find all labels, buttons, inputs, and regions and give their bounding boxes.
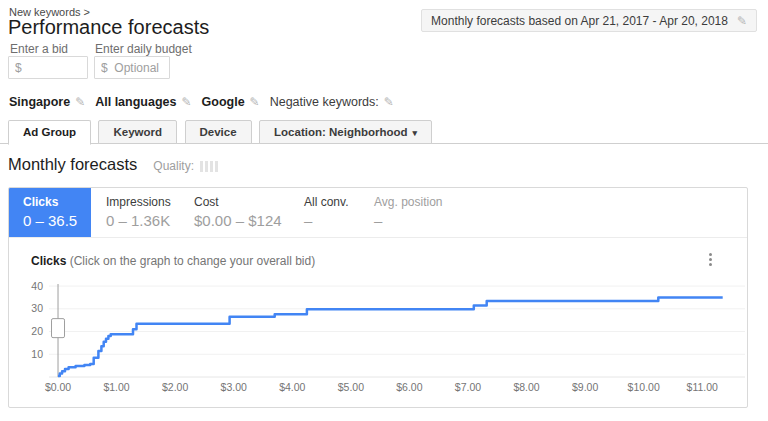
metric-card-clicks[interactable]: Clicks 0 – 36.5 — [9, 188, 91, 237]
performance-forecasts-page: New keywords > Performance forecasts Mon… — [0, 0, 768, 421]
edit-pencil-icon[interactable]: ✎ — [181, 96, 191, 108]
metric-value: – — [304, 212, 359, 229]
tab-label: Location: Neighborhood — [274, 126, 408, 138]
y-tick-label: 20 — [31, 325, 43, 337]
budget-input[interactable] — [94, 56, 170, 79]
metric-value: – — [374, 212, 489, 229]
edit-pencil-icon[interactable]: ✎ — [250, 96, 260, 108]
location-setting[interactable]: Singapore — [9, 95, 70, 109]
tab-label: Device — [200, 126, 237, 138]
x-tick-label: $1.00 — [103, 381, 129, 393]
x-tick-label: $4.00 — [279, 381, 305, 393]
metric-card-avg-position[interactable]: Avg. position – — [359, 188, 489, 237]
date-range-text: Monthly forecasts based on Apr 21, 2017 … — [431, 14, 728, 28]
x-tick-label: $11.00 — [687, 381, 718, 393]
x-tick-label: $10.00 — [628, 381, 660, 393]
section-heading: Monthly forecasts — [8, 155, 137, 174]
y-tick-label: 10 — [31, 348, 43, 360]
tab-device[interactable]: Device — [185, 120, 252, 144]
x-tick-label: $5.00 — [338, 381, 364, 393]
edit-pencil-icon[interactable]: ✎ — [737, 15, 747, 27]
language-setting[interactable]: All languages — [95, 95, 176, 109]
metric-card-cost[interactable]: Cost $0.00 – $124 — [179, 188, 289, 237]
quality-label: Quality: — [153, 159, 194, 173]
metric-value: $0.00 – $124 — [194, 212, 289, 229]
section-header: Monthly forecasts Quality: — [8, 155, 218, 174]
x-tick-label: $3.00 — [221, 381, 247, 393]
bid-input[interactable] — [8, 56, 88, 79]
tab-location-neighborhood[interactable]: Location: Neighborhood▾ — [259, 120, 432, 144]
x-tick-label: $7.00 — [455, 381, 481, 393]
forecast-panel: Clicks 0 – 36.5 Impressions 0 – 1.36K Co… — [8, 187, 748, 408]
tab-keyword[interactable]: Keyword — [98, 120, 177, 144]
metric-card-all-conv[interactable]: All conv. – — [289, 188, 359, 237]
x-tick-label: $9.00 — [572, 381, 598, 393]
metric-label: Cost — [194, 195, 289, 209]
quality-meter-icon — [200, 161, 218, 172]
bid-slider-handle[interactable] — [52, 319, 65, 338]
budget-label: Enter daily budget — [95, 42, 192, 56]
tab-ad-group[interactable]: Ad Group — [8, 120, 91, 145]
edit-pencil-icon[interactable]: ✎ — [384, 96, 394, 108]
metric-value: 0 – 36.5 — [23, 212, 91, 229]
metric-label: Impressions — [106, 195, 179, 209]
x-tick-label: $8.00 — [513, 381, 539, 393]
y-tick-label: 30 — [31, 302, 43, 314]
clicks-forecast-chart[interactable]: 10203040$0.00$1.00$2.00$3.00$4.00$5.00$6… — [9, 249, 749, 407]
chevron-down-icon: ▾ — [413, 128, 418, 138]
x-tick-label: $2.00 — [162, 381, 188, 393]
tab-label: Ad Group — [23, 126, 76, 138]
negative-keywords-label: Negative keywords: — [270, 95, 379, 109]
targeting-settings-row: Singapore ✎ All languages ✎ Google ✎ Neg… — [9, 95, 404, 109]
forecast-tabstrip: Ad Group Keyword Device Location: Neighb… — [0, 120, 768, 144]
bid-label: Enter a bid — [10, 42, 68, 56]
metric-value: 0 – 1.36K — [106, 212, 179, 229]
metric-label: Avg. position — [374, 195, 489, 209]
page-title: Performance forecasts — [8, 16, 209, 39]
y-tick-label: 40 — [31, 280, 43, 292]
metric-cards: Clicks 0 – 36.5 Impressions 0 – 1.36K Co… — [9, 188, 747, 238]
x-tick-label: $0.00 — [45, 381, 71, 393]
tab-label: Keyword — [113, 126, 162, 138]
metric-label: All conv. — [304, 195, 359, 209]
metric-card-impressions[interactable]: Impressions 0 – 1.36K — [91, 188, 179, 237]
network-setting[interactable]: Google — [202, 95, 245, 109]
forecast-date-range[interactable]: Monthly forecasts based on Apr 21, 2017 … — [421, 9, 757, 32]
metric-label: Clicks — [23, 195, 91, 209]
x-tick-label: $6.00 — [396, 381, 422, 393]
edit-pencil-icon[interactable]: ✎ — [75, 96, 85, 108]
